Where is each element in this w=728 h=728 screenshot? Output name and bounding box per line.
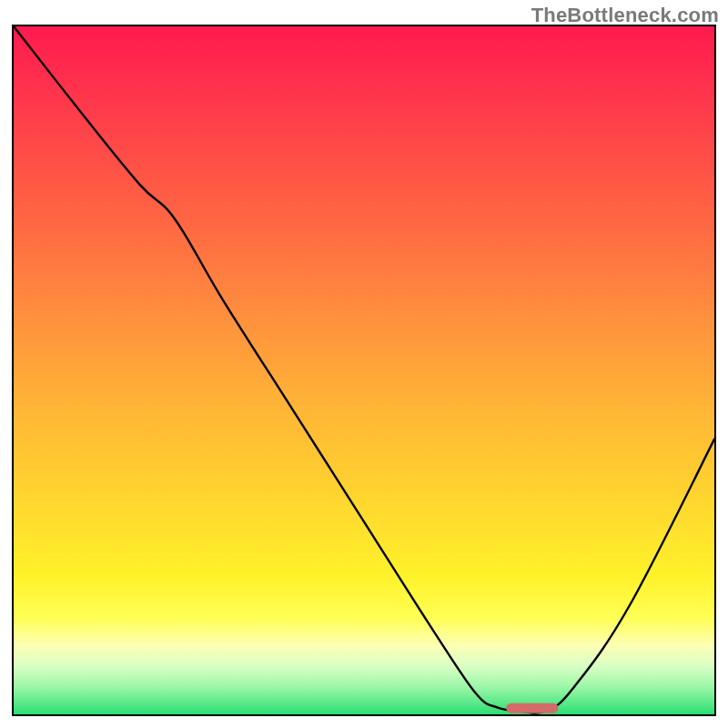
curve-path [14,26,714,713]
plot-frame [12,25,716,716]
chart-container: TheBottleneck.com [0,0,728,728]
watermark-text: TheBottleneck.com [531,4,719,27]
chart-svg [14,26,714,714]
